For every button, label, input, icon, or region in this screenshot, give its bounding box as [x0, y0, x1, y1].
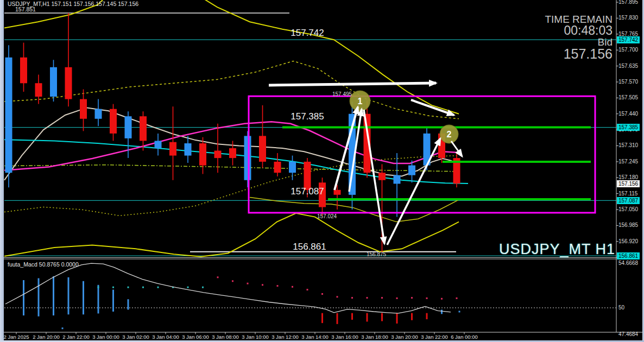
swing-low-label-156875: 156.875 [367, 251, 386, 257]
macd-scale-label: 54.6668 [618, 260, 638, 266]
level-price-tag: 157.385 [617, 124, 640, 131]
time-axis-label: 3 Jan 02:00 [122, 334, 149, 340]
price-scale-label: 157.635 [618, 63, 638, 69]
time-axis-label: 3 Jan 20:00 [391, 334, 418, 340]
time-remain-value: 00:48:03 [545, 24, 613, 37]
time-axis-label: 3 Jan 14:00 [301, 334, 329, 340]
price-scale-label: 157.115 [618, 191, 637, 197]
time-axis-label: 3 Jan 12:00 [272, 334, 299, 340]
macd-indicator-label: fuuta_Macd 50.8765 0.0000 [8, 261, 79, 268]
price-scale-label: 157.895 [618, 0, 638, 5]
bid-price-tag: 157.156 [617, 180, 640, 187]
bollinger-lower-inner [250, 197, 459, 221]
window-border-left [0, 0, 4, 342]
swing-low-label-157024: 157.024 [317, 213, 337, 219]
time-axis-label: 3 Jan 00:00 [92, 334, 119, 340]
time-axis-label: 2 Jan 22:00 [62, 334, 90, 340]
svg-text:1: 1 [358, 97, 363, 106]
time-axis-label: 3 Jan 10:00 [242, 334, 269, 340]
time-axis-label: 2 Jan 2025 [3, 334, 29, 340]
time-axis-label: 2 Jan 20:00 [33, 334, 60, 340]
price-scale-label: 157.700 [618, 47, 638, 53]
level-price-tag: 157.087 [617, 197, 640, 204]
resistance-price-label-157742: 157.742 [291, 28, 324, 39]
price-scale-label: 157.570 [618, 79, 638, 85]
envelope-dashdot [4, 165, 459, 172]
trading-terminal-window: { "header": { "symbol_line": "USDJPY_MT,… [0, 0, 644, 342]
price-scale-label: 157.505 [618, 94, 638, 100]
price-scale-label: 157.245 [618, 159, 638, 164]
macd-scale-label: 50 [618, 305, 624, 311]
time-axis-label: 3 Jan 16:00 [331, 334, 358, 340]
price-scale-label: 157.050 [618, 206, 638, 212]
level-price-tag: 156.861 [617, 252, 640, 259]
swing-high-label-157495: 157.495 [332, 91, 352, 97]
price-scale-label: 157.310 [618, 142, 638, 148]
price-scale-label: 157.440 [618, 111, 638, 117]
time-axis-label: 3 Jan 06:00 [182, 334, 209, 340]
support-price-label-156861: 156.861 [293, 242, 326, 252]
chart-watermark: USDJPY_MT H1 [499, 241, 615, 258]
time-axis-label: 3 Jan 04:00 [152, 334, 179, 340]
time-axis-label: 3 Jan 22:00 [421, 334, 448, 340]
ma-slow-white [4, 107, 459, 180]
bollinger-middle-dotted [4, 156, 459, 216]
price-scale-label: 157.180 [618, 174, 638, 180]
support-price-label-157087: 157.087 [291, 186, 324, 197]
price-scale-label: 156.920 [618, 238, 638, 244]
resistance-price-label-157385: 157.385 [291, 111, 324, 122]
time-axis-label: 3 Jan 08:00 [212, 334, 239, 340]
price-scale-label: 156.985 [618, 222, 638, 228]
bollinger-upper-inner [4, 61, 459, 119]
svg-text:2: 2 [447, 130, 452, 139]
price-scale-label: 157.830 [618, 15, 638, 21]
time-axis-label: 6 Jan 00:00 [451, 334, 478, 340]
bid-value: 157.156 [545, 47, 613, 61]
ma-fast-pink [4, 122, 459, 170]
previous-high-label: 157.851 [15, 6, 36, 12]
level-price-tag: 157.742 [617, 36, 640, 43]
macd-scale-label: 47.4684 [618, 331, 638, 337]
macd-signal-line [5, 263, 451, 313]
info-panel: TIME REMAIN 00:48:03 Bid 157.156 [545, 14, 613, 61]
time-axis-label: 3 Jan 18:00 [361, 334, 388, 340]
